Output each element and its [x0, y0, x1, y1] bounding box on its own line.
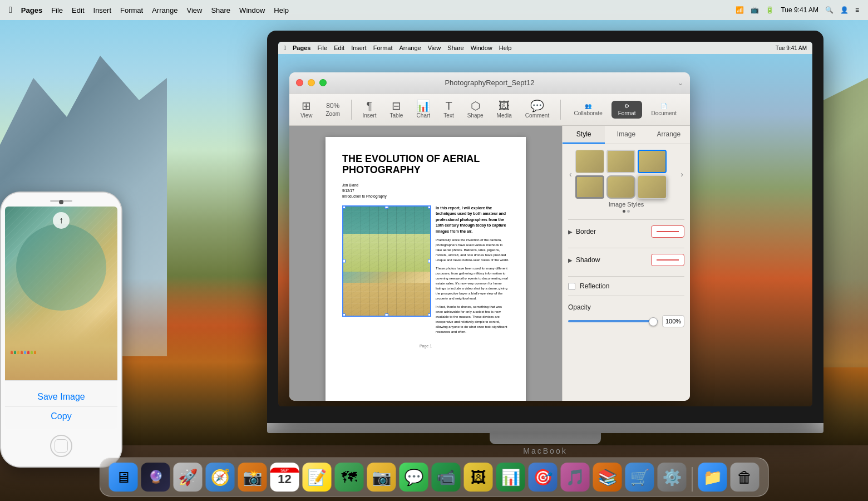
view-button[interactable]: ⊞ View	[296, 98, 317, 121]
dock-notes[interactable]: 📝	[303, 463, 332, 492]
styles-dot-2	[627, 210, 630, 213]
shadow-value[interactable]	[651, 254, 684, 266]
media-button[interactable]: 🖼 Media	[492, 98, 516, 121]
chart-button[interactable]: 📊 Chart	[412, 98, 435, 121]
styles-prev-arrow[interactable]: ‹	[568, 166, 573, 182]
dock-facetime[interactable]: 📹	[432, 463, 461, 492]
reflection-checkbox[interactable]	[568, 283, 575, 290]
zoom-button[interactable]: 80% Zoom	[322, 100, 345, 119]
styles-next-arrow[interactable]: ›	[679, 166, 684, 182]
comment-button[interactable]: 💬 Comment	[521, 98, 554, 121]
minimize-button[interactable]	[308, 79, 315, 86]
dock-system-preferences[interactable]: ⚙️	[658, 463, 687, 492]
handle-tr[interactable]	[428, 205, 431, 209]
macbook-device: PhotographyReport_Sept12 ⌄ ⊞ View 80% Zo…	[267, 31, 823, 445]
dock-folder[interactable]: 📁	[698, 463, 727, 492]
menu-view[interactable]: View	[186, 6, 202, 14]
dock-maps[interactable]: 🗺	[335, 463, 364, 492]
dock-finder[interactable]: 🖥	[109, 463, 138, 492]
opacity-value[interactable]: 100%	[662, 315, 684, 327]
menu-insert[interactable]: Insert	[93, 6, 112, 14]
style-thumb-3[interactable]	[638, 150, 667, 173]
dock-launchpad[interactable]: 🚀	[174, 463, 203, 492]
dock-trash[interactable]: 🗑	[731, 463, 760, 492]
home-button[interactable]	[50, 435, 72, 457]
style-thumb-2[interactable]	[606, 150, 635, 173]
menu-help[interactable]: Help	[274, 6, 289, 14]
document-text-column: In this report, I will explore the techn…	[436, 205, 509, 338]
zoom-label: Zoom	[326, 111, 341, 117]
menu-window[interactable]: Window	[239, 6, 265, 14]
macbook-bezel: PhotographyReport_Sept12 ⌄ ⊞ View 80% Zo…	[267, 31, 823, 423]
dock-photos3[interactable]: 🖼	[464, 463, 493, 492]
document-area[interactable]: THE EVOLUTION OF AERIAL PHOTOGRAPHY Jon …	[289, 126, 562, 401]
dock-ibooks[interactable]: 📚	[593, 463, 622, 492]
dock-appstore[interactable]: 🛒	[625, 463, 654, 492]
dock-keynote[interactable]: 🎯	[529, 463, 558, 492]
dock-photos-app[interactable]: 📸	[238, 463, 267, 492]
format-button[interactable]: ⚙ Format	[611, 101, 643, 119]
insert-button[interactable]: ¶ Insert	[358, 98, 381, 121]
tab-arrange[interactable]: Arrange	[648, 126, 690, 144]
border-arrow[interactable]: ▶	[568, 229, 573, 235]
close-button[interactable]	[296, 79, 303, 86]
shape-button[interactable]: ⬡ Shape	[463, 98, 488, 121]
format-label: Format	[618, 110, 636, 116]
fullscreen-button[interactable]	[319, 79, 327, 86]
dock-siri[interactable]: 🔮	[141, 463, 170, 492]
document-label: Document	[651, 110, 677, 116]
search-icon[interactable]: 🔍	[825, 6, 834, 14]
style-thumb-4[interactable]	[575, 175, 604, 199]
handle-tl[interactable]	[342, 205, 346, 209]
handle-bl[interactable]	[342, 313, 346, 317]
collaborate-button[interactable]: 👥 Collaborate	[568, 101, 609, 119]
menu-arrange[interactable]: Arrange	[152, 6, 177, 14]
document-image[interactable]	[342, 205, 431, 317]
pages-content: THE EVOLUTION OF AERIAL PHOTOGRAPHY Jon …	[289, 126, 690, 401]
chart-icon: 📊	[416, 100, 430, 111]
view-label: View	[300, 112, 313, 119]
styles-pagination	[568, 210, 684, 213]
copy-button[interactable]: Copy	[5, 407, 117, 426]
shadow-arrow[interactable]: ▶	[568, 257, 573, 263]
handle-bc[interactable]	[385, 313, 389, 317]
tab-style[interactable]: Style	[563, 126, 605, 144]
dock-itunes[interactable]: 🎵	[561, 463, 590, 492]
style-thumb-5[interactable]	[606, 175, 635, 199]
menu-extras-icon[interactable]: ≡	[855, 6, 859, 14]
airplay-icon: 📺	[751, 6, 759, 14]
menu-file[interactable]: File	[51, 6, 63, 14]
tab-image[interactable]: Image	[605, 126, 647, 144]
handle-ml[interactable]	[342, 259, 346, 263]
handle-tc[interactable]	[385, 205, 389, 209]
dock-separator	[692, 467, 693, 492]
dock-messages[interactable]: 💬	[400, 463, 428, 492]
image-styles-container: ‹	[568, 150, 684, 199]
front-camera	[59, 200, 63, 204]
menu-share[interactable]: Share	[211, 6, 230, 14]
chevron-down-icon[interactable]: ⌄	[678, 79, 683, 87]
document-button[interactable]: 📄 Document	[644, 101, 683, 119]
apple-logo[interactable]: 	[9, 5, 12, 15]
save-image-button[interactable]: Save Image	[5, 387, 117, 407]
dock-photos2[interactable]: 📷	[367, 463, 396, 492]
menu-app-name[interactable]: Pages	[21, 6, 42, 14]
table-button[interactable]: ⊟ Table	[385, 98, 407, 121]
dock-numbers[interactable]: 📊	[496, 463, 525, 492]
share-arrow[interactable]: ↑	[53, 212, 70, 229]
handle-mr[interactable]	[428, 259, 431, 263]
handle-br[interactable]	[428, 313, 431, 317]
menu-edit[interactable]: Edit	[72, 6, 84, 14]
dock-calendar[interactable]: SEP 12	[270, 463, 299, 492]
opacity-label: Opacity	[568, 303, 591, 311]
text-button[interactable]: T Text	[439, 98, 458, 121]
comment-label: Comment	[525, 112, 549, 119]
user-icon[interactable]: 👤	[840, 6, 849, 14]
border-value[interactable]	[651, 225, 684, 238]
view-icon: ⊞	[302, 100, 311, 111]
opacity-slider[interactable]	[568, 320, 658, 322]
menu-format[interactable]: Format	[120, 6, 143, 14]
dock-safari[interactable]: 🧭	[206, 463, 235, 492]
style-thumb-6[interactable]	[638, 175, 667, 199]
style-thumb-1[interactable]	[575, 150, 604, 173]
